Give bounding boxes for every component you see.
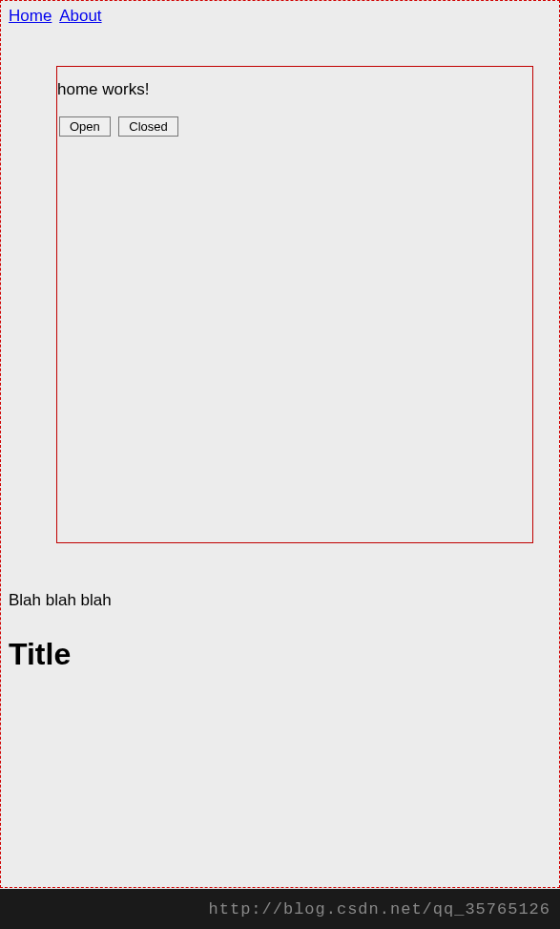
closed-button[interactable]: Closed	[118, 116, 177, 137]
content-box: home works! Open Closed	[56, 66, 533, 543]
button-row: Open Closed	[59, 116, 532, 137]
content-heading: home works!	[57, 67, 532, 99]
nav-about-link[interactable]: About	[59, 7, 101, 25]
footer-bar: http://blog.csdn.net/qq_35765126	[0, 889, 560, 929]
title-heading: Title	[9, 637, 559, 672]
page-container: Home About home works! Open Closed Blah …	[0, 0, 560, 888]
nav-home-link[interactable]: Home	[9, 7, 52, 25]
open-button[interactable]: Open	[59, 116, 111, 137]
below-text: Blah blah blah	[9, 591, 559, 610]
nav-bar: Home About	[1, 1, 559, 35]
footer-url: http://blog.csdn.net/qq_35765126	[209, 900, 550, 918]
